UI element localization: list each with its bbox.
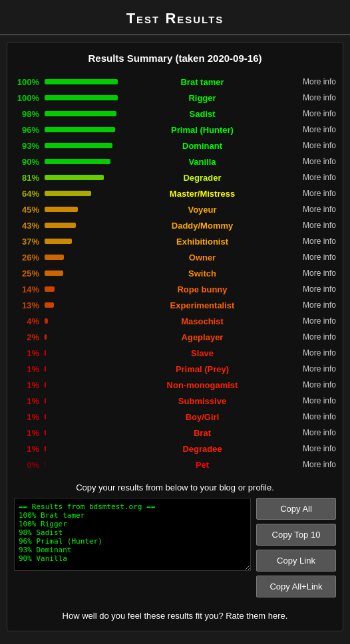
bar-container: [42, 111, 122, 116]
more-info-link[interactable]: More info: [283, 284, 336, 294]
progress-bar: [45, 159, 110, 164]
percent-label: 1%: [14, 412, 42, 422]
percent-label: 1%: [14, 444, 42, 454]
result-row: 37%ExhibitionistMore info: [14, 233, 336, 249]
percent-label: 45%: [14, 205, 42, 215]
page-header: Test Results: [0, 0, 350, 35]
percent-label: 1%: [14, 364, 42, 374]
result-row: 14%Rope bunnyMore info: [14, 281, 336, 297]
result-row: 13%ExperimentalistMore info: [14, 297, 336, 313]
progress-bar: [45, 79, 118, 84]
role-name: Slave: [122, 348, 283, 358]
results-title: Results Summary (taken 2020-09-16): [14, 49, 336, 67]
more-info-link[interactable]: More info: [283, 189, 336, 198]
result-row: 1%Boy/GirlMore info: [14, 409, 336, 425]
results-list: 100%Brat tamerMore info100%RiggerMore in…: [14, 74, 336, 473]
copy-section: Copy your results from below to your blo…: [14, 479, 336, 601]
bar-container: [42, 350, 122, 356]
role-name: Degradee: [122, 444, 283, 454]
bar-container: [42, 366, 122, 372]
more-info-link[interactable]: More info: [283, 316, 336, 326]
more-info-link[interactable]: More info: [283, 380, 336, 389]
more-info-link[interactable]: More info: [283, 205, 336, 214]
copy-top10-button[interactable]: Copy Top 10: [256, 524, 336, 546]
role-name: Primal (Hunter): [122, 125, 283, 135]
result-row: 2%AgeplayerMore info: [14, 329, 336, 345]
more-info-link[interactable]: More info: [283, 396, 336, 405]
role-name: Experimentalist: [122, 300, 283, 310]
result-row: 81%DegraderMore info: [14, 169, 336, 185]
copy-link-button[interactable]: Copy Link: [256, 550, 336, 572]
percent-label: 26%: [14, 253, 42, 263]
role-name: Exhibitionist: [122, 237, 283, 247]
progress-bar: [45, 382, 46, 387]
role-name: Owner: [122, 253, 283, 263]
copy-textarea[interactable]: [14, 498, 251, 571]
bar-container: [42, 79, 122, 84]
more-info-link[interactable]: More info: [283, 348, 336, 358]
progress-bar: [45, 286, 55, 292]
more-info-link[interactable]: More info: [283, 141, 336, 150]
bar-container: [42, 223, 122, 228]
result-row: 93%DominantMore info: [14, 138, 336, 154]
more-info-link[interactable]: More info: [283, 237, 336, 246]
role-name: Pet: [122, 460, 283, 470]
bar-container: [42, 302, 122, 308]
copy-alllink-button[interactable]: Copy All+Link: [256, 576, 336, 597]
bar-container: [42, 143, 122, 148]
role-name: Voyeur: [122, 205, 283, 215]
more-info-link[interactable]: More info: [283, 221, 336, 230]
result-row: 64%Master/MistressMore info: [14, 185, 336, 201]
progress-bar: [45, 366, 46, 372]
percent-label: 1%: [14, 380, 42, 390]
result-row: 1%BratMore info: [14, 425, 336, 441]
result-row: 45%VoyeurMore info: [14, 201, 336, 217]
progress-bar: [45, 462, 45, 467]
more-info-link[interactable]: More info: [283, 364, 336, 374]
more-info-link[interactable]: More info: [283, 332, 336, 342]
result-row: 90%VanillaMore info: [14, 154, 336, 169]
percent-label: 81%: [14, 173, 42, 183]
result-row: 4%MasochistMore info: [14, 313, 336, 329]
more-info-link[interactable]: More info: [283, 109, 336, 118]
more-info-link[interactable]: More info: [283, 173, 336, 182]
bar-container: [42, 398, 122, 403]
more-info-link[interactable]: More info: [283, 300, 336, 310]
footer-text: How well do you feel these results fit y…: [14, 607, 336, 624]
percent-label: 43%: [14, 221, 42, 231]
bar-container: [42, 255, 122, 260]
more-info-link[interactable]: More info: [283, 125, 336, 134]
more-info-link[interactable]: More info: [283, 157, 336, 166]
result-row: 1%Non-monogamistMore info: [14, 377, 336, 393]
more-info-link[interactable]: More info: [283, 77, 336, 86]
result-row: 1%Primal (Prey)More info: [14, 361, 336, 377]
bar-container: [42, 414, 122, 419]
result-row: 1%SlaveMore info: [14, 345, 336, 361]
more-info-link[interactable]: More info: [283, 444, 336, 453]
copy-all-button[interactable]: Copy All: [256, 498, 336, 520]
more-info-link[interactable]: More info: [283, 253, 336, 262]
progress-bar: [45, 223, 76, 228]
percent-label: 2%: [14, 332, 42, 342]
bar-container: [42, 159, 122, 164]
more-info-link[interactable]: More info: [283, 93, 336, 102]
result-row: 0%PetMore info: [14, 457, 336, 473]
role-name: Vanilla: [122, 157, 283, 167]
result-row: 96%Primal (Hunter)More info: [14, 122, 336, 138]
progress-bar: [45, 334, 47, 340]
more-info-link[interactable]: More info: [283, 460, 336, 469]
progress-bar: [45, 255, 64, 260]
more-info-link[interactable]: More info: [283, 412, 336, 421]
role-name: Sadist: [122, 109, 283, 119]
role-name: Rigger: [122, 93, 283, 103]
progress-bar: [45, 111, 116, 116]
bar-container: [42, 286, 122, 292]
percent-label: 1%: [14, 396, 42, 406]
percent-label: 37%: [14, 237, 42, 247]
bar-container: [42, 334, 122, 340]
percent-label: 0%: [14, 460, 42, 470]
more-info-link[interactable]: More info: [283, 268, 336, 278]
result-row: 1%DegradeeMore info: [14, 441, 336, 457]
more-info-link[interactable]: More info: [283, 428, 336, 437]
progress-bar: [45, 430, 46, 435]
